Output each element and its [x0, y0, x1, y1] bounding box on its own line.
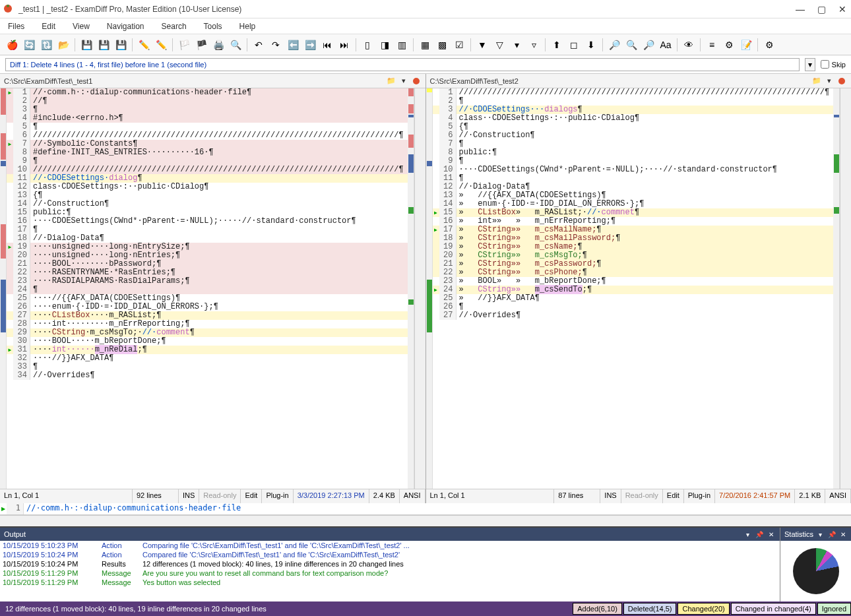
first-icon[interactable]: ⏮ [319, 37, 335, 53]
menu-view[interactable]: View [70, 20, 92, 32]
grid-icon[interactable]: ▦ [417, 37, 433, 53]
stop-icon[interactable]: ◻ [566, 37, 582, 53]
menu-edit[interactable]: Edit [39, 20, 58, 32]
right-stripe[interactable] [426, 88, 433, 489]
skip-checkbox[interactable]: Skip [821, 60, 846, 69]
line-marker [7, 148, 13, 157]
flag2-icon[interactable]: 🏴 [193, 37, 209, 53]
diff-dropdown[interactable]: ▾ [805, 58, 815, 71]
left-plugin[interactable]: Plug-in [262, 489, 293, 503]
apple-icon[interactable] [411, 76, 422, 86]
left-path: C:\Src\ExamDiff\Test\_test1 [4, 77, 386, 85]
open-folder-icon[interactable]: 📁 [811, 76, 822, 86]
folder-icon[interactable]: 📂 [55, 37, 71, 53]
right-icon[interactable]: ➡️ [302, 37, 318, 53]
right-code[interactable]: 1///////////////////////////////////////… [433, 88, 834, 489]
left-stripe[interactable] [0, 88, 7, 489]
output-row[interactable]: 10/15/2019 5:11:29 PMMessageYes button w… [0, 578, 780, 587]
pane2-icon[interactable]: ◨ [377, 37, 393, 53]
output-row[interactable]: 10/15/2019 5:11:29 PMMessageAre you sure… [0, 569, 780, 578]
toolbar-separator [75, 38, 75, 51]
refresh-icon[interactable]: 🔄 [21, 37, 37, 53]
save3-icon[interactable]: 💾 [113, 37, 129, 53]
maximize-button[interactable]: ▢ [815, 3, 827, 15]
horizontal-scrollbar[interactable] [0, 515, 851, 526]
panel-pin-icon[interactable]: 📌 [827, 530, 836, 539]
left-code[interactable]: 1//·comm.h·:·dialup·communications·heade… [7, 88, 408, 489]
line-marker [7, 166, 13, 174]
gear-icon[interactable]: ⚙ [721, 37, 737, 53]
svg-point-3 [838, 78, 845, 84]
settings-icon[interactable]: ⚙ [761, 37, 777, 53]
left-edit[interactable]: Edit [241, 489, 262, 503]
menu-tools[interactable]: Tools [201, 20, 225, 32]
minimize-button[interactable]: — [794, 3, 806, 15]
apple-icon[interactable]: 🍎 [4, 37, 20, 53]
panel-menu-icon[interactable]: ▾ [743, 530, 752, 539]
pane1-icon[interactable]: ▯ [360, 37, 375, 53]
left-map[interactable] [408, 88, 414, 489]
chip-changed[interactable]: Changed(20) [678, 603, 729, 615]
last-icon[interactable]: ⏭ [336, 37, 352, 53]
lines-icon[interactable]: ≡ [704, 37, 720, 53]
edit2-icon[interactable]: ✏️ [153, 37, 169, 53]
right-scrollbar[interactable] [840, 88, 851, 489]
right-lines: 87 lines [554, 489, 600, 503]
right-ro: Read-only [621, 489, 663, 503]
output-row[interactable]: 10/15/2019 5:10:23 PMActionComparing fil… [0, 541, 780, 550]
check-icon[interactable]: ☑ [451, 37, 467, 53]
down-icon[interactable]: ⬇ [583, 37, 599, 53]
panel-pin-icon[interactable]: 📌 [755, 530, 764, 539]
open-folder-icon[interactable]: 📁 [386, 76, 396, 86]
view-icon[interactable]: 👁 [681, 37, 697, 53]
output-row[interactable]: 10/15/2019 5:10:24 PMResults12 differenc… [0, 559, 780, 569]
output-row[interactable]: 10/15/2019 5:10:24 PMActionCompared file… [0, 550, 780, 559]
findcase-icon[interactable]: Aa [658, 37, 674, 53]
line-marker [7, 346, 13, 354]
diff-text[interactable]: Diff 1: Delete 4 lines (1 - 4, first fil… [5, 58, 800, 71]
findup-icon[interactable]: 🔍 [623, 37, 639, 53]
chip-ignored[interactable]: Ignored [817, 603, 851, 615]
redo-icon[interactable]: ↷ [268, 37, 284, 53]
right-edit[interactable]: Edit [663, 489, 684, 503]
menu-navigation[interactable]: Navigation [104, 20, 147, 32]
apple-icon[interactable] [836, 76, 847, 86]
filter3-icon[interactable]: ▾ [509, 37, 524, 53]
filter2-icon[interactable]: ▽ [491, 37, 507, 53]
edit3-icon[interactable]: 📝 [738, 37, 754, 53]
dropdown-icon[interactable]: ▾ [824, 76, 835, 86]
panel-close-icon[interactable]: ✕ [767, 530, 776, 539]
output-body[interactable]: 10/15/2019 5:10:23 PMActionComparing fil… [0, 541, 780, 601]
edit-icon[interactable]: ✏️ [136, 37, 152, 53]
panel-menu-icon[interactable]: ▾ [816, 530, 825, 539]
print-icon[interactable]: 🖨️ [210, 37, 226, 53]
pane3-icon[interactable]: ▥ [394, 37, 410, 53]
undo-icon[interactable]: ↶ [251, 37, 267, 53]
menu-files[interactable]: Files [5, 20, 27, 32]
chip-deleted[interactable]: Deleted(14,5) [623, 603, 677, 615]
right-map[interactable] [833, 88, 840, 489]
flag-icon[interactable]: 🏳️ [176, 37, 192, 53]
menu-help[interactable]: Help [237, 20, 259, 32]
menu-search[interactable]: Search [159, 20, 189, 32]
close-button[interactable]: ✕ [836, 3, 848, 15]
search-icon[interactable]: 🔍 [228, 37, 243, 53]
up-icon[interactable]: ⬆ [549, 37, 565, 53]
find-icon[interactable]: 🔎 [606, 37, 622, 53]
grid2-icon[interactable]: ▩ [434, 37, 450, 53]
filter-icon[interactable]: ▼ [474, 37, 490, 53]
left-scrollbar[interactable] [414, 88, 426, 489]
chip-added[interactable]: Added(6,10) [573, 603, 622, 615]
save-icon[interactable]: 💾 [79, 37, 94, 53]
right-plugin[interactable]: Plug-in [684, 489, 715, 503]
left-icon[interactable]: ⬅️ [285, 37, 301, 53]
finddown-icon[interactable]: 🔎 [641, 37, 656, 53]
dropdown-icon[interactable]: ▾ [398, 76, 409, 86]
chip-changed-in-changed[interactable]: Changed in changed(4) [731, 603, 816, 615]
filter4-icon[interactable]: ▿ [526, 37, 542, 53]
line-marker [7, 268, 13, 277]
panel-close-icon[interactable]: ✕ [838, 530, 847, 539]
line-number: 34 [13, 371, 30, 380]
refresh2-icon[interactable]: 🔃 [38, 37, 54, 53]
save2-icon[interactable]: 💾 [96, 37, 111, 53]
